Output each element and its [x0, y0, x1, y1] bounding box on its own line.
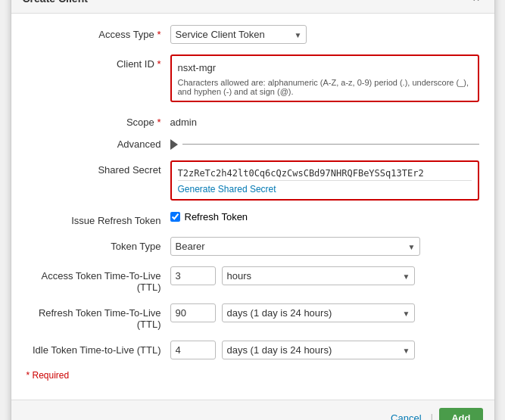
access-type-row: Access Type * Service Client Token Clien… — [26, 25, 479, 44]
access-token-ttl-unit[interactable]: hours minutes days — [222, 266, 415, 285]
access-type-select-wrapper: Service Client Token Client Credentials … — [170, 25, 307, 44]
add-button[interactable]: Add — [439, 408, 482, 420]
cancel-button[interactable]: Cancel — [383, 408, 429, 420]
token-type-label: Token Type — [26, 237, 170, 252]
advanced-divider — [182, 144, 479, 145]
access-type-select[interactable]: Service Client Token Client Credentials … — [170, 25, 307, 44]
client-id-section: Characters allowed are: alphanumeric (A-… — [170, 54, 479, 102]
shared-secret-control: Generate Shared Secret — [170, 160, 479, 201]
refresh-token-ttl-label: Refresh Token Time-To-Live (TTL) — [26, 303, 170, 330]
refresh-token-checkbox-row: Refresh Token — [170, 211, 479, 222]
shared-secret-row: Shared Secret Generate Shared Secret — [26, 160, 479, 201]
client-id-input[interactable] — [178, 61, 472, 75]
issue-refresh-token-label: Issue Refresh Token — [26, 211, 170, 226]
access-token-ttl-input[interactable] — [170, 266, 216, 285]
refresh-token-ttl-input[interactable] — [170, 303, 216, 322]
access-ttl-inputs: hours minutes days — [170, 266, 479, 285]
idle-token-ttl-unit[interactable]: days (1 day is 24 hours) hours minutes — [222, 341, 415, 359]
idle-ttl-inputs: days (1 day is 24 hours) hours minutes — [170, 341, 479, 359]
token-type-select-wrapper: Bearer JWT — [170, 237, 420, 256]
generate-shared-secret-link[interactable]: Generate Shared Secret — [178, 184, 276, 194]
create-client-dialog: Create Client × Access Type * Service Cl… — [11, 0, 495, 420]
footer-divider: | — [431, 412, 434, 421]
dialog-title: Create Client — [23, 0, 88, 5]
idle-token-ttl-row: Idle Token Time-to-Live (TTL) days (1 da… — [26, 341, 479, 359]
close-button[interactable]: × — [469, 0, 482, 5]
refresh-ttl-unit-wrapper: days (1 day is 24 hours) hours minutes — [222, 303, 415, 322]
dialog-footer: Cancel | Add — [11, 400, 494, 420]
issue-refresh-token-row: Issue Refresh Token Refresh Token — [26, 211, 479, 226]
access-token-ttl-control: hours minutes days — [170, 266, 479, 285]
advanced-row: Advanced — [26, 138, 479, 150]
access-token-ttl-row: Access Token Time-To-Live (TTL) hours mi… — [26, 266, 479, 293]
advanced-line — [170, 139, 479, 150]
scope-control: admin — [170, 113, 479, 128]
refresh-token-checkbox[interactable] — [170, 212, 180, 222]
shared-secret-section: Generate Shared Secret — [170, 160, 479, 201]
client-id-hint: Characters allowed are: alphanumeric (A-… — [178, 78, 472, 96]
token-type-row: Token Type Bearer JWT — [26, 237, 479, 256]
client-id-label: Client ID * — [26, 54, 170, 70]
dialog-header: Create Client × — [11, 0, 494, 14]
issue-refresh-token-control: Refresh Token — [170, 211, 479, 222]
scope-value: admin — [170, 113, 479, 128]
required-note: * Required — [26, 370, 479, 381]
advanced-label: Advanced — [26, 138, 170, 150]
refresh-token-checkbox-label: Refresh Token — [185, 211, 248, 222]
scope-row: Scope * admin — [26, 113, 479, 128]
refresh-token-ttl-control: days (1 day is 24 hours) hours minutes — [170, 303, 479, 322]
shared-secret-label: Shared Secret — [26, 160, 170, 176]
scope-label: Scope * — [26, 113, 170, 128]
access-type-control: Service Client Token Client Credentials … — [170, 25, 479, 44]
idle-token-ttl-control: days (1 day is 24 hours) hours minutes — [170, 341, 479, 359]
idle-ttl-unit-wrapper: days (1 day is 24 hours) hours minutes — [222, 341, 415, 359]
refresh-token-ttl-row: Refresh Token Time-To-Live (TTL) days (1… — [26, 303, 479, 330]
refresh-ttl-inputs: days (1 day is 24 hours) hours minutes — [170, 303, 479, 322]
idle-token-ttl-input[interactable] — [170, 341, 216, 359]
token-type-control: Bearer JWT — [170, 237, 479, 256]
idle-token-ttl-label: Idle Token Time-to-Live (TTL) — [26, 341, 170, 356]
token-type-select[interactable]: Bearer JWT — [170, 237, 420, 256]
advanced-toggle-icon[interactable] — [170, 139, 178, 150]
shared-secret-input[interactable] — [178, 166, 472, 181]
client-id-row: Client ID * Characters allowed are: alph… — [26, 54, 479, 102]
refresh-token-ttl-unit[interactable]: days (1 day is 24 hours) hours minutes — [222, 303, 415, 322]
client-id-control: Characters allowed are: alphanumeric (A-… — [170, 54, 479, 102]
dialog-body: Access Type * Service Client Token Clien… — [11, 14, 494, 400]
access-type-label: Access Type * — [26, 25, 170, 40]
access-ttl-unit-wrapper: hours minutes days — [222, 266, 415, 285]
access-token-ttl-label: Access Token Time-To-Live (TTL) — [26, 266, 170, 293]
